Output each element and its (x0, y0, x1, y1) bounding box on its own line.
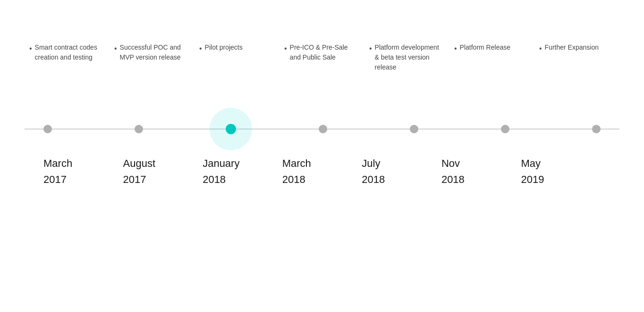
date-item-m2: August2017 (123, 157, 203, 186)
point-wrapper-m6 (501, 125, 509, 133)
point-dot-m3 (226, 124, 236, 134)
desc-bullet-m2: Successful POC and MVP version release (114, 43, 190, 62)
timeline-points (25, 124, 619, 134)
desc-item-m3: Pilot projects (195, 43, 280, 54)
descriptions-row: Smart contract codes creation and testin… (25, 43, 619, 72)
point-wrapper-m5 (410, 125, 418, 133)
desc-bullet-m6: Platform Release (454, 43, 530, 54)
desc-bullet-m4: Pre-ICO & Pre-Sale and Public Sale (284, 43, 360, 62)
date-year-m7: 2019 (521, 173, 544, 186)
point-wrapper-m3 (226, 124, 236, 134)
point-dot-m1 (43, 125, 52, 133)
point-dot-m5 (410, 125, 418, 133)
date-year-m2: 2017 (123, 173, 146, 186)
desc-item-m2: Successful POC and MVP version release (110, 43, 195, 62)
dates-row: March2017August2017January2018March2018J… (25, 157, 619, 186)
point-dot-m2 (135, 125, 143, 133)
point-dot-m7 (592, 125, 601, 133)
desc-bullet-m5: Platform development & beta test version… (369, 43, 445, 72)
date-year-m5: 2018 (362, 173, 385, 186)
date-item-m7: May2019 (521, 157, 601, 186)
date-month-m1: March (43, 157, 72, 170)
date-month-m3: January (203, 157, 239, 170)
date-item-m6: Nov2018 (441, 157, 521, 186)
roadmap-container: Smart contract codes creation and testin… (25, 43, 619, 186)
desc-bullet-m1: Smart contract codes creation and testin… (29, 43, 105, 62)
desc-item-m6: Platform Release (449, 43, 534, 54)
point-wrapper-m1 (43, 125, 52, 133)
date-year-m4: 2018 (282, 173, 305, 186)
date-month-m7: May (521, 157, 541, 170)
date-month-m6: Nov (441, 157, 460, 170)
desc-item-m7: Further Expansion (534, 43, 619, 54)
point-wrapper-m2 (135, 125, 143, 133)
date-year-m1: 2017 (43, 173, 67, 186)
date-item-m5: July2018 (362, 157, 441, 186)
date-item-m3: January2018 (203, 157, 282, 186)
desc-item-m1: Smart contract codes creation and testin… (25, 43, 110, 62)
point-wrapper-m4 (319, 125, 327, 133)
timeline (25, 110, 619, 148)
desc-item-m5: Platform development & beta test version… (364, 43, 449, 72)
point-dot-m6 (501, 125, 509, 133)
date-year-m3: 2018 (203, 173, 226, 186)
date-month-m5: July (362, 157, 380, 170)
date-month-m2: August (123, 157, 156, 170)
desc-bullet-m3: Pilot projects (199, 43, 275, 54)
date-month-m4: March (282, 157, 311, 170)
desc-item-m4: Pre-ICO & Pre-Sale and Public Sale (280, 43, 364, 62)
point-dot-m4 (319, 125, 327, 133)
point-wrapper-m7 (592, 125, 601, 133)
date-item-m4: March2018 (282, 157, 362, 186)
desc-bullet-m7: Further Expansion (539, 43, 615, 54)
date-item-m1: March2017 (43, 157, 123, 186)
date-year-m6: 2018 (441, 173, 465, 186)
